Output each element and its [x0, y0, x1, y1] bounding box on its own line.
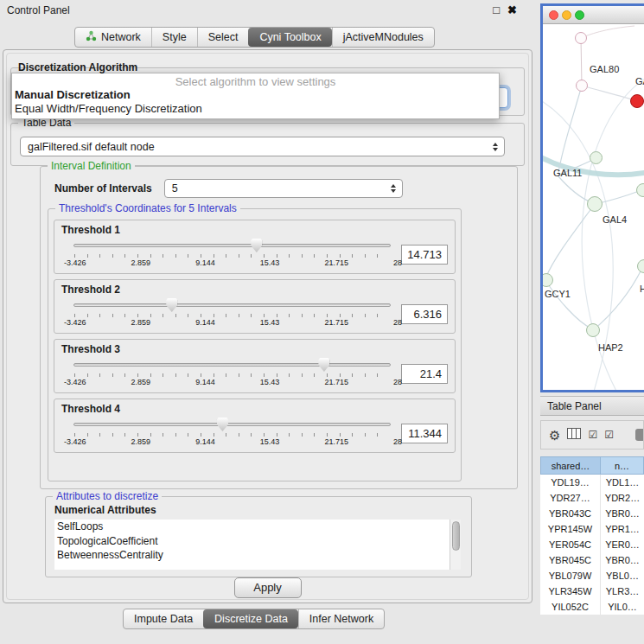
gear-icon[interactable]: ⚙ [549, 429, 560, 442]
threshold-2-value-field[interactable]: 6.316 [401, 304, 448, 324]
network-node[interactable] [586, 323, 600, 337]
slider-scale-labels: -3.426 2.859 9.144 15.43 21.715 28 [64, 437, 402, 446]
slider-ticks [74, 254, 390, 258]
network-node[interactable] [576, 80, 588, 92]
threshold-4-box: Threshold 4 -3.426 2.859 9.144 15.43 [54, 399, 456, 453]
numerical-attributes-list[interactable]: SelfLoops TopologicalCoefficient Between… [54, 520, 461, 570]
apply-button[interactable]: Apply [234, 577, 302, 598]
network-node-selected[interactable] [630, 94, 644, 108]
traffic-light-minimize-icon[interactable] [562, 10, 571, 20]
network-node[interactable] [575, 32, 587, 44]
toolbar-icon-clipped[interactable] [635, 429, 644, 441]
threshold-3-box: Threshold 3 -3.426 2.859 9.144 15.43 [54, 339, 456, 393]
list-item[interactable]: TopologicalCoefficient [54, 534, 461, 549]
list-item[interactable]: SelfLoops [54, 520, 461, 534]
table-panel-toolbar: ⚙ ☑ ☑ [540, 420, 644, 450]
combo-arrows-icon[interactable] [493, 143, 498, 151]
slider-thumb[interactable] [318, 358, 329, 372]
cyni-toolbox-panel: Discretization Algorithm Select algorith… [3, 49, 532, 603]
table-row[interactable]: YBR043C YBR0… [540, 506, 644, 521]
number-of-intervals-label: Number of Intervals [54, 182, 152, 194]
table-header-row: shared… n… [540, 456, 644, 475]
scrollbar-thumb[interactable] [452, 521, 460, 551]
control-panel-titlebar: Control Panel □ ✖ [0, 0, 536, 21]
slider-scale-labels: -3.426 2.859 9.144 15.43 21.715 28 [64, 318, 402, 327]
slider-track[interactable] [73, 303, 391, 307]
threshold-1-value-field[interactable]: 14.713 [401, 245, 448, 265]
top-tab-bar: Network Style Select Cyni Toolbox jActiv… [74, 27, 435, 48]
float-window-icon[interactable]: □ [493, 3, 500, 16]
table-row[interactable]: YER054C YER0… [540, 537, 644, 552]
node-label-ga: GA [635, 76, 644, 86]
bottom-tab-bar: Impute Data Discretize Data Infer Networ… [123, 609, 385, 629]
close-icon[interactable]: ✖ [507, 3, 517, 16]
slider-thumb[interactable] [251, 239, 262, 252]
threshold-2-label: Threshold 2 [61, 284, 448, 296]
slider-track[interactable] [73, 423, 391, 426]
tab-network[interactable]: Network [75, 28, 151, 47]
combo-arrows-icon[interactable] [391, 184, 396, 193]
node-label-gal80: GAL80 [590, 64, 619, 74]
node-label-gal4: GAL4 [603, 214, 627, 225]
table-header-name[interactable]: n… [601, 456, 644, 475]
slider-track[interactable] [73, 244, 391, 247]
bottom-tab-impute-data[interactable]: Impute Data [124, 609, 203, 628]
thresholds-legend: Threshold's Coordinates for 5 Intervals [55, 202, 240, 214]
traffic-light-close-icon[interactable] [549, 10, 558, 20]
columns-icon[interactable] [567, 428, 581, 442]
threshold-1-slider[interactable]: -3.426 2.859 9.144 15.43 21.715 28 [73, 237, 391, 271]
attributes-legend: Attributes to discretize [53, 490, 162, 502]
tab-jactivemnodules[interactable]: jActiveMNodules [332, 28, 434, 47]
network-node[interactable] [590, 151, 603, 164]
checkbox-icon[interactable]: ☑ [604, 430, 614, 440]
tab-style[interactable]: Style [151, 28, 197, 47]
tab-label: Network [101, 31, 141, 43]
slider-ticks [74, 373, 390, 377]
network-icon [86, 30, 97, 44]
interval-definition-legend: Interval Definition [48, 160, 135, 172]
tab-cyni-toolbox[interactable]: Cyni Toolbox [248, 28, 331, 47]
table-row[interactable]: YBL079W YBL0… [540, 568, 644, 583]
slider-thumb[interactable] [166, 298, 177, 312]
table-row[interactable]: YIL052C YIL0… [540, 599, 644, 615]
slider-ticks [74, 433, 390, 437]
slider-ticks [74, 314, 390, 317]
checkbox-icon[interactable]: ☑ [588, 430, 597, 440]
node-label-gcy1: GCY1 [545, 289, 571, 299]
dropdown-option-equal-width[interactable]: Equal Width/Frequency Discretization [12, 102, 499, 116]
network-canvas[interactable]: GAL80 GA GAL11 GAL4 GCY1 HAP2 H [543, 24, 644, 390]
table-row[interactable]: YLR345W YLR3… [540, 583, 644, 599]
threshold-4-value-field[interactable]: 11.344 [401, 424, 448, 443]
table-row[interactable]: YDL19… YDL1… [540, 475, 644, 490]
interval-definition-group: Interval Definition Number of Intervals … [40, 166, 518, 489]
tab-select[interactable]: Select [197, 28, 249, 47]
threshold-3-value-field[interactable]: 21.4 [401, 364, 448, 384]
threshold-4-slider[interactable]: -3.426 2.859 9.144 15.43 21.715 28 [73, 416, 391, 450]
threshold-1-label: Threshold 1 [61, 224, 448, 236]
slider-track[interactable] [73, 363, 391, 367]
list-item[interactable]: BetweennessCentrality [54, 548, 461, 563]
list-scrollbar[interactable] [450, 520, 461, 570]
slider-thumb[interactable] [217, 418, 228, 431]
algorithm-dropdown-overlay: Select algorithm to view settings Manual… [11, 73, 500, 119]
bottom-tab-discretize-data[interactable]: Discretize Data [203, 609, 298, 628]
table-row[interactable]: YDR27… YDR2… [540, 490, 644, 506]
dropdown-option-manual-discretization[interactable]: Manual Discretization [12, 88, 499, 102]
table-data-value: galFiltered.sif default node [28, 141, 155, 153]
network-node[interactable] [587, 196, 603, 212]
table-row[interactable]: YPR145W YPR1… [540, 521, 644, 537]
traffic-light-zoom-icon[interactable] [575, 10, 584, 20]
dropdown-placeholder: Select algorithm to view settings [12, 73, 499, 88]
table-data-combobox[interactable]: galFiltered.sif default node [20, 137, 505, 156]
threshold-3-slider[interactable]: -3.426 2.859 9.144 15.43 21.715 28 [73, 356, 391, 391]
threshold-2-slider[interactable]: -3.426 2.859 9.144 15.43 21.715 28 [73, 296, 391, 331]
control-panel-title: Control Panel [7, 4, 70, 16]
thresholds-group: Threshold's Coordinates for 5 Intervals … [48, 208, 462, 481]
table-panel-title: Table Panel [547, 400, 602, 412]
number-of-intervals-combobox[interactable]: 5 [164, 179, 403, 198]
table-header-shared[interactable]: shared… [540, 456, 601, 475]
bottom-tab-infer-network[interactable]: Infer Network [298, 609, 384, 628]
network-node[interactable] [636, 183, 644, 197]
table-row[interactable]: YBR045C YBR0… [540, 552, 644, 568]
discretization-algorithm-label: Discretization Algorithm [18, 61, 137, 73]
